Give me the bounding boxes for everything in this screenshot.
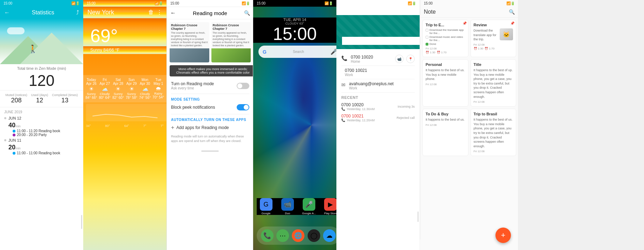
note-body-personal: It happens to the best of us. You buy a … — [426, 68, 465, 81]
screen-reading-mode: 15:00 📶🔋 ← Reading mode 🔍 Robinson Cruso… — [166, 0, 253, 250]
grid-icon[interactable]: ⊞ — [380, 38, 384, 44]
recent-row-1: 0700 10020 📞 Yesterday, 11:30AM Incoming… — [341, 101, 415, 112]
recent-date-1: Yesterday, 11:30AM — [347, 107, 375, 111]
forecast-day-item: Mon Apr 30 ⛅ Cloudy 74° 56° — [139, 78, 151, 100]
edit-icon[interactable]: ✏ — [403, 8, 408, 14]
note-date-title: Fri 12:08 — [474, 100, 513, 103]
auto-turn-label: AUTOMATICALLY TURN ON THESE APPS — [171, 116, 249, 122]
stat-muted: Muted (notices) 208 — [5, 93, 27, 104]
status-bar-4: 15:00 📶🔋 — [253, 0, 336, 7]
add-apps-row[interactable]: + Add apps for Reading mode — [171, 122, 249, 133]
date-row-2: JUN 11 — [4, 138, 79, 142]
book1-img — [170, 48, 209, 62]
note-title-title: Title — [474, 62, 513, 67]
note-row-1: 📌 Trip to E... Download the translate ap… — [422, 20, 516, 57]
status-time-6: 15:00 — [424, 1, 433, 5]
back-icon-1[interactable]: ← — [4, 9, 10, 16]
status-icons-2: 📶🔋 — [155, 1, 163, 5]
dock-icon-item[interactable]: ☁ — [323, 229, 336, 242]
dock-icon-item[interactable]: ⋯ — [276, 229, 289, 242]
note-card-brasil[interactable]: Trip to Brasil It happens to the best of… — [471, 109, 517, 156]
status-time-4: 15:00 — [257, 1, 265, 5]
fab-button[interactable]: + — [495, 228, 511, 243]
contact-phone1-detail: 0700 10020 Home — [351, 55, 392, 63]
back-icon-3[interactable]: ← — [170, 10, 176, 16]
screen-weather: 15:00 📶🔋 New York 🗑 ⋮ 69° Sunny 84/66 °F… — [83, 0, 166, 250]
contact-name: Ava Huang ⊞ — [342, 37, 420, 45]
note-card-trip[interactable]: 📌 Trip to E... Download the translate ap… — [422, 20, 468, 57]
contact-phone2-detail: 0700 10021 Work — [345, 68, 415, 77]
scrollbar-1[interactable] — [81, 215, 82, 229]
book2-title: Robinson Crusoe Chapter 7 — [211, 22, 251, 31]
header-1: ← Statistics ⤴ — [0, 7, 83, 19]
note-date-review: Fri 12:08 — [474, 43, 513, 46]
note-check-1: Download the translate app for the... — [426, 28, 465, 35]
search-icon-6[interactable]: 🔍 — [509, 9, 515, 15]
recent-row-2: 0700 10021 📞 Yesterday, 11:20AM Rejected… — [341, 112, 415, 123]
event-dot-1b — [13, 134, 15, 136]
dock-icon-item[interactable]: 📞 — [261, 229, 274, 242]
share-icon-1[interactable]: ⤴ — [76, 9, 79, 16]
more-icon[interactable]: ⋮ — [157, 9, 162, 16]
note-row-2: Personal It happens to the best of us. Y… — [422, 59, 516, 107]
status-icons-6: 📶🔋 — [506, 1, 515, 5]
trash-icon[interactable]: 🗑 — [148, 9, 154, 16]
temp-range-row: 34° 80° 64° 7° 7° — [83, 123, 166, 129]
dock-icon-item[interactable]: ◯ — [308, 229, 320, 242]
recent-label: RECENT — [341, 93, 415, 101]
forecast-day-item: Today Apr 26 ☀ Sunny 84° 66° — [86, 78, 97, 100]
app-icon-item[interactable]: ▶ Play Store — [321, 198, 336, 215]
scrollbar-5[interactable] — [418, 211, 419, 222]
note-row-3: To Do & Buy It happens to the best of us… — [422, 109, 516, 156]
app-icon-item[interactable]: 📹 Duo — [278, 198, 297, 215]
video-call-btn[interactable]: 📹 — [395, 55, 403, 63]
more-icon-5[interactable]: ⋮ — [411, 8, 416, 14]
contact-email-type: Work — [349, 86, 415, 90]
star-icon[interactable]: ☆ — [395, 8, 400, 14]
note-card-todo[interactable]: To Do & Buy It happens to the best of us… — [422, 109, 468, 156]
block-notif-toggle[interactable] — [237, 104, 249, 110]
checkbox-1[interactable] — [426, 29, 428, 32]
book-card-2: Robinson Crusoe Chapter 7 The country ap… — [211, 22, 251, 62]
stat-completed: Completed (times) 13 — [52, 93, 78, 104]
contact-phone1-num: 0700 10020 — [351, 55, 392, 60]
duration-2: 20min — [8, 144, 79, 151]
add-icon[interactable]: + — [171, 124, 174, 131]
message-btn[interactable]: 📍 — [406, 55, 415, 63]
temperature-display: 69° — [83, 18, 166, 46]
note-date-trip: Fri 12:08 — [426, 47, 465, 50]
contact-body: 📞 0700 10020 Home 📹 📍 0700 10021 Work ✉ … — [336, 49, 420, 127]
date-row-1: JUN 12 — [4, 116, 79, 120]
reading-mode-section: Turn on Reading mode Ask every time MODE… — [167, 76, 253, 147]
status-icons-3: 📶🔋 — [242, 1, 250, 5]
search-icon-3[interactable]: 🔍 — [244, 10, 250, 16]
app-icon-item[interactable]: 🎤 Google A... — [300, 198, 318, 215]
contact-email-detail: avahuang@oneplus.net Work — [349, 81, 415, 90]
status-icons-5: 📶🔋 — [408, 1, 416, 5]
book-card-1: Robinson Crusoe Chapter 7 The country ap… — [170, 22, 209, 62]
mic-icon[interactable]: 🎤 — [330, 48, 336, 55]
weather-action-icons: 🗑 ⋮ — [148, 9, 162, 16]
page-title-3: Reading mode — [176, 10, 244, 16]
note-card-personal[interactable]: Personal It happens to the best of us. Y… — [422, 59, 468, 107]
stat-used-label: Used (days) — [31, 93, 48, 97]
phone-icon-1: 📞 — [341, 55, 347, 61]
app-icon-item[interactable]: G Google — [257, 198, 275, 215]
note-card-title[interactable]: Title It happens to the best of up. You … — [471, 59, 517, 107]
screen-contact: 15:00 📶🔋 ☆ ✏ ⋮ Ava Huang ⊞ 📞 0700 10020 … — [336, 0, 420, 250]
dock-icon-item[interactable]: 🌐 — [292, 229, 304, 242]
city-name: New York — [87, 9, 114, 16]
recent-num-2: 0700 10021 — [341, 114, 375, 119]
zen-label: Total time in Zen Mode (min) — [0, 64, 83, 71]
checkbox-2[interactable] — [426, 36, 428, 39]
search-bar[interactable]: G Search 🎤 — [258, 46, 336, 58]
note-card-review[interactable]: 📌 Review Download the translate app for … — [471, 20, 517, 57]
forecast-day-item: Sat Apr 28 ☀ Sunny 82° 60° — [112, 78, 124, 100]
weather-spacer — [83, 54, 166, 75]
book2-text: The country appeared so fresh, so green,… — [211, 31, 251, 48]
note-title-trip: Trip to E... — [426, 23, 465, 27]
note-title-personal: Personal — [426, 62, 465, 67]
note-check-2: Download music and video for the... — [426, 35, 465, 42]
reading-mode-toggle[interactable] — [237, 83, 249, 89]
checkbox-3[interactable] — [426, 43, 428, 46]
